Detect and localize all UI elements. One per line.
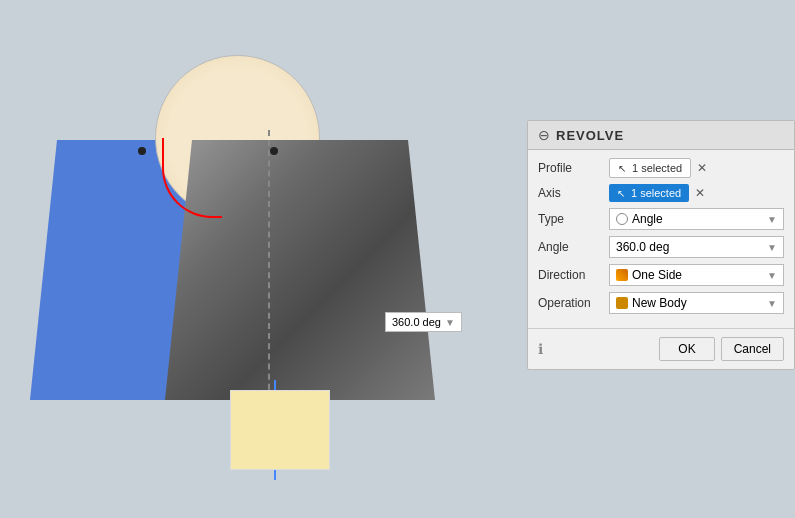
- operation-dropdown-arrow: ▼: [767, 298, 777, 309]
- type-dropdown-value: Angle: [632, 212, 663, 226]
- center-line: [268, 130, 270, 400]
- cancel-button[interactable]: Cancel: [721, 337, 784, 361]
- angle-row: Angle 360.0 deg ▼: [538, 236, 784, 258]
- revolve-panel: ⊖ REVOLVE Profile ↖ 1 selected ✕ Axis ↖ …: [527, 120, 795, 370]
- panel-footer: ℹ OK Cancel: [528, 328, 794, 369]
- panel-body: Profile ↖ 1 selected ✕ Axis ↖ 1 selected…: [528, 150, 794, 328]
- axis-selected-label: 1 selected: [631, 187, 681, 199]
- operation-label: Operation: [538, 296, 603, 310]
- angle-value-container: 360.0 deg ▼: [609, 236, 784, 258]
- operation-row: Operation New Body ▼: [538, 292, 784, 314]
- axis-value-container: ↖ 1 selected ✕: [609, 184, 784, 202]
- type-value-container: Angle ▼: [609, 208, 784, 230]
- profile-cursor-icon: ↖: [618, 163, 626, 174]
- axis-label: Axis: [538, 186, 603, 200]
- operation-dropdown-value: New Body: [632, 296, 687, 310]
- profile-label: Profile: [538, 161, 603, 175]
- angle-dropdown-arrow: ▼: [767, 242, 777, 253]
- axis-close-button[interactable]: ✕: [693, 184, 707, 202]
- direction-dropdown-value: One Side: [632, 268, 682, 282]
- operation-value-container: New Body ▼: [609, 292, 784, 314]
- footer-buttons: OK Cancel: [659, 337, 784, 361]
- angle-label-text: Angle: [538, 240, 603, 254]
- angle-dropdown[interactable]: 360.0 deg ▼: [609, 236, 784, 258]
- dot-right: [270, 147, 278, 155]
- panel-title: REVOLVE: [556, 128, 624, 143]
- direction-icon: [616, 269, 628, 281]
- direction-value-container: One Side ▼: [609, 264, 784, 286]
- ok-button[interactable]: OK: [659, 337, 714, 361]
- info-icon[interactable]: ℹ: [538, 341, 543, 357]
- axis-selected-button[interactable]: ↖ 1 selected: [609, 184, 689, 202]
- type-angle-icon: [616, 213, 628, 225]
- operation-icon: [616, 297, 628, 309]
- bottom-square: [230, 390, 330, 470]
- direction-dropdown[interactable]: One Side ▼: [609, 264, 784, 286]
- axis-cursor-icon: ↖: [617, 188, 625, 199]
- profile-row: Profile ↖ 1 selected ✕: [538, 158, 784, 178]
- type-label: Type: [538, 212, 603, 226]
- direction-label: Direction: [538, 268, 603, 282]
- operation-dropdown[interactable]: New Body ▼: [609, 292, 784, 314]
- type-row: Type Angle ▼: [538, 208, 784, 230]
- profile-selected-label: 1 selected: [632, 162, 682, 174]
- profile-value-container: ↖ 1 selected ✕: [609, 158, 784, 178]
- profile-close-button[interactable]: ✕: [695, 159, 709, 177]
- panel-minus-icon: ⊖: [538, 127, 550, 143]
- angle-label-bubble: 360.0 deg ▼: [385, 312, 462, 332]
- direction-row: Direction One Side ▼: [538, 264, 784, 286]
- panel-header: ⊖ REVOLVE: [528, 121, 794, 150]
- angle-display-value: 360.0 deg: [392, 316, 441, 328]
- canvas-area: 360.0 deg ▼: [0, 0, 510, 518]
- type-dropdown-arrow: ▼: [767, 214, 777, 225]
- direction-dropdown-arrow: ▼: [767, 270, 777, 281]
- angle-dropdown-value: 360.0 deg: [616, 240, 669, 254]
- type-dropdown[interactable]: Angle ▼: [609, 208, 784, 230]
- axis-row: Axis ↖ 1 selected ✕: [538, 184, 784, 202]
- dot-left: [138, 147, 146, 155]
- profile-selected-button[interactable]: ↖ 1 selected: [609, 158, 691, 178]
- angle-dropdown-arrow[interactable]: ▼: [445, 317, 455, 328]
